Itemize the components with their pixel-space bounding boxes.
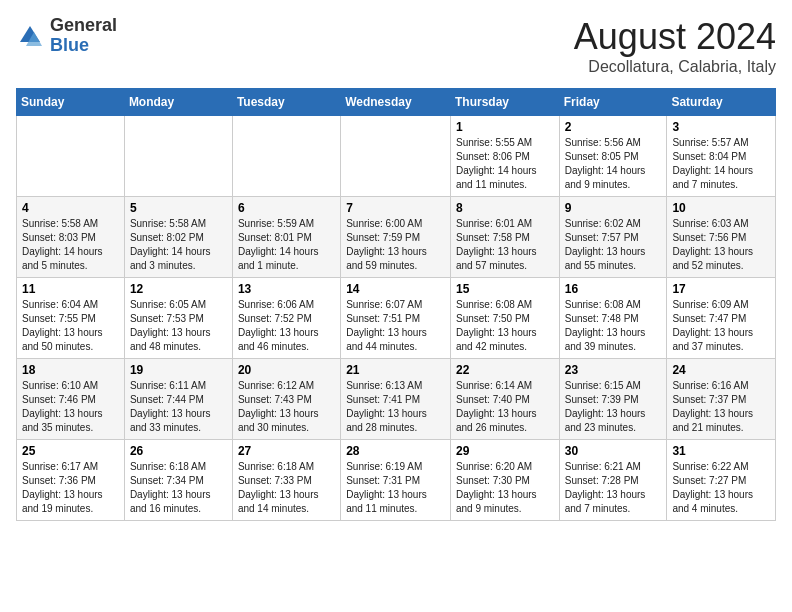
day-info: Sunrise: 6:04 AM Sunset: 7:55 PM Dayligh… xyxy=(22,298,119,354)
day-info: Sunrise: 5:56 AM Sunset: 8:05 PM Dayligh… xyxy=(565,136,662,192)
calendar-cell: 29Sunrise: 6:20 AM Sunset: 7:30 PM Dayli… xyxy=(450,440,559,521)
weekday-header-monday: Monday xyxy=(124,89,232,116)
day-number: 13 xyxy=(238,282,335,296)
day-number: 7 xyxy=(346,201,445,215)
calendar-cell: 11Sunrise: 6:04 AM Sunset: 7:55 PM Dayli… xyxy=(17,278,125,359)
month-title: August 2024 xyxy=(574,16,776,58)
day-number: 2 xyxy=(565,120,662,134)
calendar-cell: 1Sunrise: 5:55 AM Sunset: 8:06 PM Daylig… xyxy=(450,116,559,197)
day-info: Sunrise: 6:05 AM Sunset: 7:53 PM Dayligh… xyxy=(130,298,227,354)
page-header: General Blue August 2024 Decollatura, Ca… xyxy=(16,16,776,76)
calendar-cell: 8Sunrise: 6:01 AM Sunset: 7:58 PM Daylig… xyxy=(450,197,559,278)
day-info: Sunrise: 6:18 AM Sunset: 7:34 PM Dayligh… xyxy=(130,460,227,516)
calendar-cell: 6Sunrise: 5:59 AM Sunset: 8:01 PM Daylig… xyxy=(232,197,340,278)
day-info: Sunrise: 5:58 AM Sunset: 8:02 PM Dayligh… xyxy=(130,217,227,273)
calendar-cell: 7Sunrise: 6:00 AM Sunset: 7:59 PM Daylig… xyxy=(341,197,451,278)
weekday-header-saturday: Saturday xyxy=(667,89,776,116)
calendar-cell: 23Sunrise: 6:15 AM Sunset: 7:39 PM Dayli… xyxy=(559,359,667,440)
calendar-cell: 31Sunrise: 6:22 AM Sunset: 7:27 PM Dayli… xyxy=(667,440,776,521)
day-number: 8 xyxy=(456,201,554,215)
calendar-cell: 22Sunrise: 6:14 AM Sunset: 7:40 PM Dayli… xyxy=(450,359,559,440)
calendar-cell: 24Sunrise: 6:16 AM Sunset: 7:37 PM Dayli… xyxy=(667,359,776,440)
day-info: Sunrise: 6:18 AM Sunset: 7:33 PM Dayligh… xyxy=(238,460,335,516)
day-info: Sunrise: 6:20 AM Sunset: 7:30 PM Dayligh… xyxy=(456,460,554,516)
day-number: 26 xyxy=(130,444,227,458)
day-number: 12 xyxy=(130,282,227,296)
day-number: 1 xyxy=(456,120,554,134)
day-info: Sunrise: 5:57 AM Sunset: 8:04 PM Dayligh… xyxy=(672,136,770,192)
day-number: 14 xyxy=(346,282,445,296)
calendar-cell: 18Sunrise: 6:10 AM Sunset: 7:46 PM Dayli… xyxy=(17,359,125,440)
calendar-cell: 27Sunrise: 6:18 AM Sunset: 7:33 PM Dayli… xyxy=(232,440,340,521)
title-block: August 2024 Decollatura, Calabria, Italy xyxy=(574,16,776,76)
day-info: Sunrise: 6:08 AM Sunset: 7:50 PM Dayligh… xyxy=(456,298,554,354)
calendar-cell: 26Sunrise: 6:18 AM Sunset: 7:34 PM Dayli… xyxy=(124,440,232,521)
day-number: 10 xyxy=(672,201,770,215)
calendar-cell: 9Sunrise: 6:02 AM Sunset: 7:57 PM Daylig… xyxy=(559,197,667,278)
day-info: Sunrise: 6:08 AM Sunset: 7:48 PM Dayligh… xyxy=(565,298,662,354)
calendar-cell: 14Sunrise: 6:07 AM Sunset: 7:51 PM Dayli… xyxy=(341,278,451,359)
calendar-cell: 12Sunrise: 6:05 AM Sunset: 7:53 PM Dayli… xyxy=(124,278,232,359)
day-info: Sunrise: 6:03 AM Sunset: 7:56 PM Dayligh… xyxy=(672,217,770,273)
day-info: Sunrise: 6:13 AM Sunset: 7:41 PM Dayligh… xyxy=(346,379,445,435)
day-number: 21 xyxy=(346,363,445,377)
calendar-cell: 10Sunrise: 6:03 AM Sunset: 7:56 PM Dayli… xyxy=(667,197,776,278)
weekday-header-row: SundayMondayTuesdayWednesdayThursdayFrid… xyxy=(17,89,776,116)
day-info: Sunrise: 6:06 AM Sunset: 7:52 PM Dayligh… xyxy=(238,298,335,354)
day-info: Sunrise: 6:16 AM Sunset: 7:37 PM Dayligh… xyxy=(672,379,770,435)
logo-blue: Blue xyxy=(50,36,117,56)
calendar-cell: 25Sunrise: 6:17 AM Sunset: 7:36 PM Dayli… xyxy=(17,440,125,521)
calendar-table: SundayMondayTuesdayWednesdayThursdayFrid… xyxy=(16,88,776,521)
day-info: Sunrise: 6:15 AM Sunset: 7:39 PM Dayligh… xyxy=(565,379,662,435)
calendar-week-3: 11Sunrise: 6:04 AM Sunset: 7:55 PM Dayli… xyxy=(17,278,776,359)
logo-icon xyxy=(16,22,44,50)
logo-general: General xyxy=(50,16,117,36)
calendar-cell: 20Sunrise: 6:12 AM Sunset: 7:43 PM Dayli… xyxy=(232,359,340,440)
calendar-cell xyxy=(341,116,451,197)
day-number: 15 xyxy=(456,282,554,296)
day-info: Sunrise: 6:11 AM Sunset: 7:44 PM Dayligh… xyxy=(130,379,227,435)
day-number: 17 xyxy=(672,282,770,296)
calendar-cell: 28Sunrise: 6:19 AM Sunset: 7:31 PM Dayli… xyxy=(341,440,451,521)
day-number: 4 xyxy=(22,201,119,215)
logo: General Blue xyxy=(16,16,117,56)
calendar-cell: 5Sunrise: 5:58 AM Sunset: 8:02 PM Daylig… xyxy=(124,197,232,278)
calendar-cell: 16Sunrise: 6:08 AM Sunset: 7:48 PM Dayli… xyxy=(559,278,667,359)
day-number: 19 xyxy=(130,363,227,377)
calendar-cell: 30Sunrise: 6:21 AM Sunset: 7:28 PM Dayli… xyxy=(559,440,667,521)
calendar-cell: 15Sunrise: 6:08 AM Sunset: 7:50 PM Dayli… xyxy=(450,278,559,359)
day-number: 24 xyxy=(672,363,770,377)
day-number: 3 xyxy=(672,120,770,134)
weekday-header-tuesday: Tuesday xyxy=(232,89,340,116)
calendar-cell xyxy=(124,116,232,197)
day-info: Sunrise: 6:17 AM Sunset: 7:36 PM Dayligh… xyxy=(22,460,119,516)
location-subtitle: Decollatura, Calabria, Italy xyxy=(574,58,776,76)
day-info: Sunrise: 6:14 AM Sunset: 7:40 PM Dayligh… xyxy=(456,379,554,435)
day-info: Sunrise: 5:55 AM Sunset: 8:06 PM Dayligh… xyxy=(456,136,554,192)
day-number: 31 xyxy=(672,444,770,458)
weekday-header-sunday: Sunday xyxy=(17,89,125,116)
day-number: 20 xyxy=(238,363,335,377)
calendar-cell xyxy=(232,116,340,197)
calendar-cell: 13Sunrise: 6:06 AM Sunset: 7:52 PM Dayli… xyxy=(232,278,340,359)
calendar-cell: 21Sunrise: 6:13 AM Sunset: 7:41 PM Dayli… xyxy=(341,359,451,440)
day-info: Sunrise: 6:00 AM Sunset: 7:59 PM Dayligh… xyxy=(346,217,445,273)
day-number: 29 xyxy=(456,444,554,458)
day-info: Sunrise: 6:02 AM Sunset: 7:57 PM Dayligh… xyxy=(565,217,662,273)
day-info: Sunrise: 6:07 AM Sunset: 7:51 PM Dayligh… xyxy=(346,298,445,354)
calendar-week-5: 25Sunrise: 6:17 AM Sunset: 7:36 PM Dayli… xyxy=(17,440,776,521)
calendar-cell: 19Sunrise: 6:11 AM Sunset: 7:44 PM Dayli… xyxy=(124,359,232,440)
calendar-cell: 4Sunrise: 5:58 AM Sunset: 8:03 PM Daylig… xyxy=(17,197,125,278)
calendar-week-1: 1Sunrise: 5:55 AM Sunset: 8:06 PM Daylig… xyxy=(17,116,776,197)
day-number: 11 xyxy=(22,282,119,296)
day-info: Sunrise: 6:19 AM Sunset: 7:31 PM Dayligh… xyxy=(346,460,445,516)
day-info: Sunrise: 6:12 AM Sunset: 7:43 PM Dayligh… xyxy=(238,379,335,435)
day-info: Sunrise: 6:10 AM Sunset: 7:46 PM Dayligh… xyxy=(22,379,119,435)
day-number: 5 xyxy=(130,201,227,215)
calendar-cell: 3Sunrise: 5:57 AM Sunset: 8:04 PM Daylig… xyxy=(667,116,776,197)
day-info: Sunrise: 6:22 AM Sunset: 7:27 PM Dayligh… xyxy=(672,460,770,516)
day-info: Sunrise: 5:58 AM Sunset: 8:03 PM Dayligh… xyxy=(22,217,119,273)
day-number: 9 xyxy=(565,201,662,215)
day-info: Sunrise: 6:09 AM Sunset: 7:47 PM Dayligh… xyxy=(672,298,770,354)
day-number: 16 xyxy=(565,282,662,296)
